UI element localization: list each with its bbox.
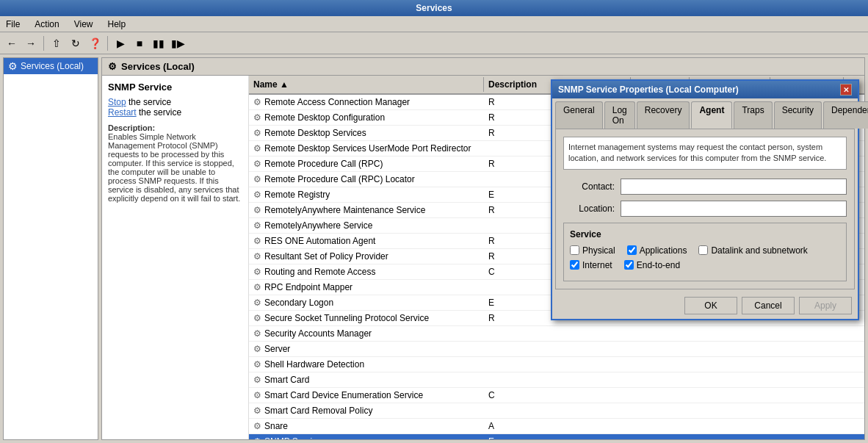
toolbar: ← → ⇧ ↻ ❓ ▶ ■ ▮▮ ▮▶	[0, 32, 868, 54]
dialog-buttons: OK Cancel Apply	[552, 292, 858, 319]
dialog-titlebar: SNMP Service Properties (Local Computer)…	[552, 81, 858, 98]
dialog-title: SNMP Service Properties (Local Computer)	[558, 84, 739, 95]
internet-checkbox[interactable]	[570, 260, 579, 270]
toolbar-refresh[interactable]: ↻	[67, 35, 84, 52]
physical-label: Physical	[582, 245, 615, 256]
contact-input[interactable]	[621, 179, 847, 195]
list-item[interactable]: ⚙ SNMP Service E	[249, 434, 864, 439]
tab-logon[interactable]: Log On	[604, 101, 635, 129]
tab-content-agent: Internet management systems may request …	[555, 129, 855, 289]
title-bar: Services	[0, 0, 868, 16]
tab-security[interactable]: Security	[774, 101, 822, 129]
agent-info-text: Internet management systems may request …	[563, 137, 847, 170]
tab-agent[interactable]: Agent	[691, 101, 732, 129]
menu-view[interactable]: View	[71, 18, 96, 31]
center-header-title: Services (Local)	[121, 61, 195, 72]
menu-file[interactable]: File	[3, 18, 23, 31]
toolbar-stop[interactable]: ■	[131, 35, 148, 52]
toolbar-sep1	[43, 36, 44, 51]
datalink-checkbox-item[interactable]: Datalink and subnetwork	[698, 245, 807, 256]
dialog-close-button[interactable]: ✕	[840, 84, 852, 96]
tab-recovery[interactable]: Recovery	[637, 101, 690, 129]
window-title: Services	[416, 3, 452, 13]
toolbar-back[interactable]: ←	[3, 35, 21, 52]
toolbar-sep2	[107, 36, 108, 51]
menu-action[interactable]: Action	[32, 18, 62, 31]
desc-label: Description:	[108, 123, 155, 132]
col-name[interactable]: Name ▲	[249, 77, 484, 92]
applications-checkbox[interactable]	[627, 245, 637, 255]
service-info-panel: SNMP Service Stop the service Restart th…	[102, 76, 249, 439]
tab-general[interactable]: General	[555, 101, 603, 129]
endtoend-label: End-to-end	[637, 260, 680, 270]
selected-service-title: SNMP Service	[108, 82, 242, 93]
toolbar-help[interactable]: ❓	[86, 35, 104, 52]
menu-help[interactable]: Help	[105, 18, 129, 31]
contact-label: Contact:	[563, 181, 615, 192]
applications-checkbox-item[interactable]: Applications	[627, 245, 687, 256]
internet-checkbox-item[interactable]: Internet	[570, 260, 612, 270]
checkbox-row-1: Physical Applications Datalink and subne…	[570, 245, 840, 256]
datalink-checkbox[interactable]	[698, 245, 708, 255]
services-icon: ⚙	[8, 60, 18, 72]
restart-service-link[interactable]: Restart	[108, 107, 137, 118]
service-group-box: Service Physical Applications Datalink a…	[563, 223, 847, 281]
location-label: Location:	[563, 204, 615, 214]
toolbar-pause[interactable]: ▮▮	[150, 35, 167, 52]
location-input[interactable]	[621, 201, 847, 217]
nav-label: Services (Local)	[21, 61, 84, 71]
restart-service-text: the service	[139, 107, 181, 118]
list-item[interactable]: ⚙ Snare A	[249, 419, 864, 434]
snmp-properties-dialog: SNMP Service Properties (Local Computer)…	[551, 79, 859, 320]
nav-panel: ⚙ Services (Local)	[3, 57, 98, 440]
physical-checkbox[interactable]	[570, 245, 579, 255]
list-item[interactable]: ⚙ Shell Hardware Detection	[249, 357, 864, 372]
toolbar-up[interactable]: ⇧	[48, 35, 65, 52]
physical-checkbox-item[interactable]: Physical	[570, 245, 615, 256]
list-item[interactable]: ⚙ Smart Card Device Enumeration Service …	[249, 388, 864, 403]
tab-dependencies[interactable]: Dependencies	[823, 101, 868, 129]
nav-services-local[interactable]: ⚙ Services (Local)	[4, 58, 98, 74]
menu-bar: File Action View Help	[0, 16, 868, 32]
toolbar-forward[interactable]: →	[22, 35, 40, 52]
applications-label: Applications	[640, 245, 687, 256]
list-item[interactable]: ⚙ Server	[249, 342, 864, 357]
location-row: Location:	[563, 201, 847, 217]
center-header-icon: ⚙	[108, 61, 117, 72]
datalink-label: Datalink and subnetwork	[711, 245, 807, 256]
toolbar-start[interactable]: ▶	[112, 35, 129, 52]
checkbox-row-2: Internet End-to-end	[570, 260, 840, 270]
list-item[interactable]: ⚙ Smart Card	[249, 372, 864, 388]
list-item[interactable]: ⚙ Security Accounts Manager	[249, 326, 864, 342]
service-group-label: Service	[570, 229, 840, 239]
list-item[interactable]: ⚙ Smart Card Removal Policy	[249, 403, 864, 419]
ok-button[interactable]: OK	[684, 297, 737, 314]
endtoend-checkbox-item[interactable]: End-to-end	[624, 260, 680, 270]
apply-button[interactable]: Apply	[799, 297, 852, 314]
cancel-button[interactable]: Cancel	[742, 297, 795, 314]
endtoend-checkbox[interactable]	[624, 260, 634, 270]
tab-traps[interactable]: Traps	[734, 101, 772, 129]
center-header: ⚙ Services (Local)	[102, 58, 864, 76]
dialog-tabs: General Log On Recovery Agent Traps Secu…	[552, 98, 858, 129]
contact-row: Contact:	[563, 179, 847, 195]
service-description: Description: Enables Simple Network Mana…	[108, 123, 242, 203]
stop-service-text: the service	[129, 97, 171, 107]
stop-service-link[interactable]: Stop	[108, 97, 126, 107]
toolbar-restart[interactable]: ▮▶	[169, 35, 187, 52]
internet-label: Internet	[582, 260, 612, 270]
desc-text: Enables Simple Network Management Protoc…	[108, 132, 240, 203]
